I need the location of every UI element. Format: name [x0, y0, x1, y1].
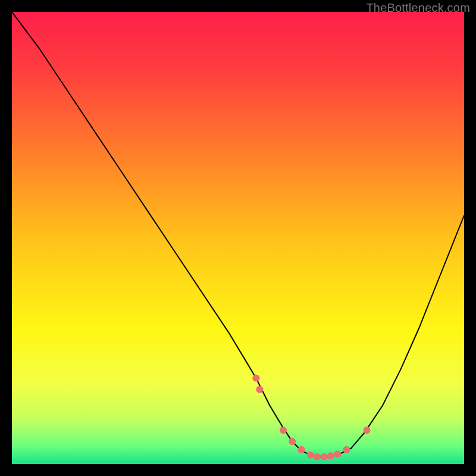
marker-point: [364, 427, 371, 434]
gradient-background: [12, 12, 464, 464]
chart-svg: [12, 12, 464, 464]
marker-point: [334, 450, 341, 458]
marker-point: [298, 446, 305, 453]
marker-point: [314, 453, 321, 461]
chart-frame: TheBottleneck.com: [0, 0, 476, 476]
marker-point: [307, 452, 314, 459]
marker-point: [343, 446, 350, 453]
marker-point: [320, 453, 327, 461]
marker-point: [280, 427, 287, 434]
marker-point: [327, 452, 334, 459]
marker-point: [289, 438, 296, 445]
marker-point: [256, 386, 263, 393]
marker-point: [252, 375, 259, 382]
